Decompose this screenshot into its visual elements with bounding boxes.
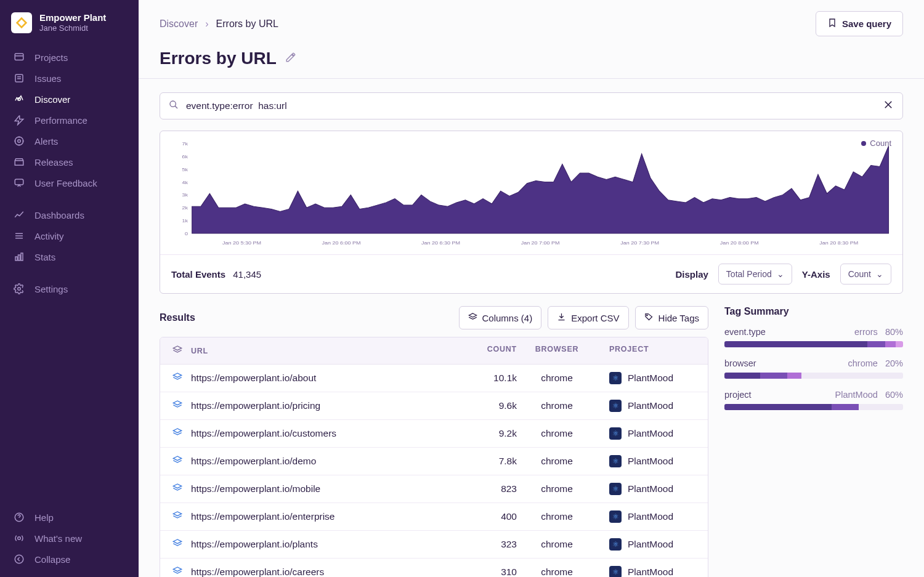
th-browser[interactable]: BROWSER <box>535 345 579 353</box>
layers-icon <box>172 510 182 523</box>
table-row[interactable]: https://empowerplant.io/about10.1kchrome… <box>160 365 708 392</box>
svg-text:5k: 5k <box>182 166 188 172</box>
svg-rect-20 <box>18 255 20 260</box>
table-row[interactable]: https://empowerplant.io/plants323chrome⚛… <box>160 531 708 559</box>
display-label: Display <box>675 269 708 280</box>
table-row[interactable]: https://empowerplant.io/careers310chrome… <box>160 559 708 577</box>
settings-icon <box>14 283 25 294</box>
row-url[interactable]: https://empowerplant.io/customers <box>191 428 336 439</box>
sidebar-item-label: Discover <box>34 94 70 105</box>
row-count: 823 <box>449 483 517 494</box>
svg-point-47 <box>646 315 647 316</box>
sidebar-item-dashboards[interactable]: Dashboards <box>0 204 139 225</box>
legend-label: Count <box>870 139 891 148</box>
tag-bar <box>724 373 903 379</box>
sidebar-item-stats[interactable]: Stats <box>0 246 139 267</box>
results-table: URL COUNT BROWSER PROJECT https://empowe… <box>160 337 708 577</box>
breadcrumb-root[interactable]: Discover <box>160 18 198 30</box>
row-url[interactable]: https://empowerplant.io/enterprise <box>191 511 334 522</box>
row-project: PlantMood <box>628 373 673 384</box>
search-input[interactable] <box>186 100 875 111</box>
svg-text:Jan 20 5:30 PM: Jan 20 5:30 PM <box>222 240 261 245</box>
brand-area[interactable]: Empower Plant Jane Schmidt <box>0 7 139 44</box>
page-title: Errors by URL <box>160 49 277 68</box>
row-url[interactable]: https://empowerplant.io/demo <box>191 456 316 467</box>
search-bar[interactable] <box>160 92 903 119</box>
project-icon: ⚛ <box>609 455 622 467</box>
row-url[interactable]: https://empowerplant.io/plants <box>191 539 318 550</box>
row-count: 323 <box>449 539 517 550</box>
row-count: 9.2k <box>449 428 517 439</box>
svg-marker-50 <box>173 401 181 405</box>
row-url[interactable]: https://empowerplant.io/mobile <box>191 483 320 494</box>
sidebar-item-activity[interactable]: Activity <box>0 225 139 246</box>
project-icon: ⚛ <box>609 566 622 577</box>
th-count[interactable]: COUNT <box>487 345 517 353</box>
table-row[interactable]: https://empowerplant.io/mobile823chrome⚛… <box>160 475 708 503</box>
svg-text:Jan 20 8:00 PM: Jan 20 8:00 PM <box>720 240 759 245</box>
svg-marker-51 <box>173 429 181 433</box>
th-project[interactable]: PROJECT <box>609 345 649 353</box>
save-query-label: Save query <box>842 18 891 29</box>
sidebar-item-label: User Feedback <box>34 178 97 188</box>
svg-text:7k: 7k <box>182 140 188 146</box>
sidebar-item-what-s-new[interactable]: What's new <box>0 528 139 549</box>
row-project: PlantMood <box>628 567 673 577</box>
brand-user: Jane Schmidt <box>39 23 106 33</box>
sidebar-item-alerts[interactable]: Alerts <box>0 131 139 151</box>
svg-text:4k: 4k <box>182 179 188 185</box>
row-count: 9.6k <box>449 400 517 411</box>
yaxis-select[interactable]: Count ⌄ <box>840 264 891 284</box>
sidebar-item-user-feedback[interactable]: User Feedback <box>0 172 139 193</box>
svg-rect-21 <box>21 253 23 260</box>
row-url[interactable]: https://empowerplant.io/about <box>191 373 316 384</box>
sidebar-item-performance[interactable]: Performance <box>0 110 139 131</box>
performance-icon <box>14 115 25 126</box>
export-csv-button[interactable]: Export CSV <box>548 306 628 329</box>
sidebar-item-settings[interactable]: Settings <box>0 278 139 299</box>
sidebar-item-label: What's new <box>34 533 82 544</box>
svg-point-8 <box>15 137 23 145</box>
edit-title-icon[interactable] <box>285 52 296 65</box>
save-query-button[interactable]: Save query <box>816 11 903 36</box>
sidebar-item-discover[interactable]: Discover <box>0 89 139 110</box>
discover-icon <box>14 94 25 105</box>
tag-top-label: chrome <box>848 358 878 368</box>
svg-marker-46 <box>469 313 477 317</box>
table-row[interactable]: https://empowerplant.io/enterprise400chr… <box>160 503 708 531</box>
row-browser: chrome <box>517 483 597 494</box>
tag-item[interactable]: projectPlantMood 60% <box>724 390 903 410</box>
row-url[interactable]: https://empowerplant.io/pricing <box>191 400 320 411</box>
sidebar-item-releases[interactable]: Releases <box>0 151 139 172</box>
breadcrumb: Discover › Errors by URL <box>160 18 278 30</box>
svg-text:Jan 20 6:00 PM: Jan 20 6:00 PM <box>322 240 361 245</box>
table-row[interactable]: https://empowerplant.io/customers9.2kchr… <box>160 420 708 448</box>
sidebar-item-collapse[interactable]: Collapse <box>0 549 139 570</box>
help-icon <box>14 512 25 523</box>
th-url[interactable]: URL <box>191 347 208 355</box>
display-select[interactable]: Total Period ⌄ <box>718 264 792 284</box>
hide-tags-button[interactable]: Hide Tags <box>635 306 708 329</box>
columns-label: Columns (4) <box>482 313 533 323</box>
svg-text:6k: 6k <box>182 153 188 159</box>
svg-text:Jan 20 6:30 PM: Jan 20 6:30 PM <box>421 240 460 245</box>
tag-top-pct: 80% <box>885 327 903 337</box>
row-url[interactable]: https://empowerplant.io/careers <box>191 567 324 577</box>
table-row[interactable]: https://empowerplant.io/pricing9.6kchrom… <box>160 392 708 420</box>
tag-item[interactable]: browserchrome 20% <box>724 358 903 379</box>
columns-button[interactable]: Columns (4) <box>459 306 542 329</box>
download-icon <box>557 312 566 323</box>
clear-search-icon[interactable] <box>883 99 894 113</box>
table-row[interactable]: https://empowerplant.io/demo7.8kchrome⚛P… <box>160 448 708 475</box>
sidebar-item-issues[interactable]: Issues <box>0 68 139 89</box>
sidebar-item-projects[interactable]: Projects <box>0 47 139 68</box>
activity-icon <box>14 230 25 241</box>
svg-text:2k: 2k <box>182 205 188 211</box>
svg-rect-15 <box>15 179 23 185</box>
chart-area[interactable]: 01k2k3k4k5k6k7kJan 20 5:30 PMJan 20 6:00… <box>171 140 891 251</box>
hide-tags-label: Hide Tags <box>659 313 699 323</box>
sidebar-item-label: Help <box>34 512 54 523</box>
tag-item[interactable]: event.typeerrors 80% <box>724 327 903 347</box>
tag-bar <box>724 404 903 410</box>
sidebar-item-help[interactable]: Help <box>0 507 139 528</box>
